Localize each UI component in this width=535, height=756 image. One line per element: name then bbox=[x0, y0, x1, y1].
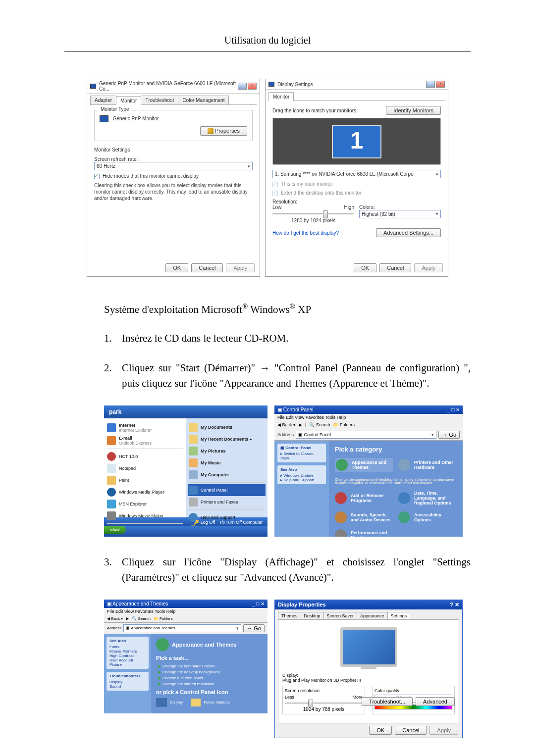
help-support-link[interactable]: ▸ Help and Support bbox=[280, 478, 323, 482]
go-button[interactable]: → Go bbox=[243, 624, 265, 632]
close-button[interactable]: × bbox=[436, 81, 445, 88]
back-button[interactable]: ◀ Back ▾ bbox=[277, 422, 296, 427]
cp-icon-display[interactable]: Display bbox=[156, 698, 183, 707]
cat-printers[interactable]: Printers and Other Hardware bbox=[398, 458, 457, 472]
tab-adapter[interactable]: Adapter bbox=[90, 96, 116, 104]
identify-monitors-button[interactable]: Identify Monitors bbox=[386, 106, 441, 115]
cat-network[interactable]: Change the appearance of desktop items, … bbox=[335, 478, 457, 485]
cancel-button[interactable]: Cancel bbox=[379, 263, 411, 272]
switch-classic-link[interactable]: ▸ Switch to Classic View bbox=[280, 452, 323, 460]
start-item-mydocs[interactable]: My Documents bbox=[188, 421, 266, 433]
side-link[interactable]: Sound bbox=[109, 684, 146, 689]
windows-update-link[interactable]: ▸ Windows Update bbox=[280, 473, 323, 478]
cat-addremove[interactable]: Add or Remove Programs bbox=[335, 491, 393, 505]
side-link[interactable]: Mouse Pointers bbox=[109, 649, 146, 654]
side-link[interactable]: High Contrast bbox=[109, 654, 146, 658]
refresh-rate-dropdown[interactable]: 60 Hertz ▾ bbox=[94, 162, 253, 170]
tab-monitor[interactable]: Monitor bbox=[116, 96, 141, 105]
monitor-1-icon[interactable]: 1 bbox=[332, 125, 381, 158]
task-link[interactable]: ▶Change the computer's theme bbox=[158, 664, 263, 668]
tab-appearance[interactable]: Appearance bbox=[357, 612, 388, 619]
display-tooltip: Change the appearance of your desktop, s… bbox=[156, 713, 263, 713]
cat-sounds[interactable]: Sounds, Speech, and Audio Devices bbox=[335, 511, 393, 523]
back-button[interactable]: ◀ Back ▾ bbox=[107, 616, 123, 621]
ok-button[interactable]: OK bbox=[369, 726, 392, 735]
hide-modes-checkbox[interactable] bbox=[94, 174, 100, 179]
start-item-moviemaker[interactable]: Windows Movie Maker bbox=[106, 510, 184, 522]
start-item-hct[interactable]: HCT 10.0 bbox=[106, 451, 184, 462]
monitor-select-dropdown[interactable]: 1. Samsung **** on NVIDIA GeForce 6600 L… bbox=[272, 170, 441, 178]
search-button[interactable]: 🔍 Search bbox=[132, 616, 151, 621]
tab-themes[interactable]: Themes bbox=[278, 612, 301, 619]
window-controls[interactable]: ? ✕ bbox=[450, 602, 459, 608]
cat-appearance[interactable]: Appearance and Themes bbox=[335, 458, 393, 472]
start-item-internet[interactable]: InternetInternet Explorer bbox=[106, 421, 184, 434]
apply-button[interactable]: Apply bbox=[226, 263, 255, 272]
cat-datetime[interactable]: Date, Time, Language, and Regional Optio… bbox=[398, 491, 457, 505]
start-item-mypics[interactable]: My Pictures bbox=[188, 445, 266, 457]
start-item-email[interactable]: E-mailOutlook Express bbox=[106, 434, 184, 447]
task-link[interactable]: ▶Change the screen resolution bbox=[158, 682, 263, 686]
tab-desktop[interactable]: Desktop bbox=[301, 612, 324, 619]
start-item-controlpanel[interactable]: Control Panel bbox=[188, 484, 266, 496]
vista-dialogs-row: Generic PnP Monitor and NVIDIA GeForce 6… bbox=[64, 79, 471, 277]
go-button[interactable]: → Go bbox=[438, 431, 460, 439]
resolution-slider[interactable] bbox=[285, 700, 363, 706]
start-item-recent[interactable]: My Recent Documents ▸ bbox=[188, 433, 266, 445]
cat-accessibility[interactable]: Accessibility Options bbox=[398, 511, 457, 523]
start-item-msn[interactable]: MSN Explorer bbox=[106, 498, 184, 510]
toolbar[interactable]: ◀ Back ▾ ▶ 🔍 Search 📁 Folders bbox=[104, 615, 268, 623]
colors-dropdown[interactable]: Highest (32 bit) ▾ bbox=[359, 210, 441, 218]
minimize-button[interactable] bbox=[426, 81, 435, 88]
ok-button[interactable]: OK bbox=[165, 263, 188, 272]
window-controls[interactable]: _ □ ✕ bbox=[252, 601, 265, 606]
tab-monitor[interactable]: Monitor bbox=[268, 92, 294, 101]
folders-button[interactable]: 📁 Folders bbox=[333, 422, 355, 427]
monitor-preview[interactable]: 1 bbox=[272, 118, 441, 165]
start-item-paint[interactable]: Paint bbox=[106, 474, 184, 486]
minimize-button[interactable] bbox=[238, 83, 247, 90]
task-link[interactable]: ▶Change the desktop background bbox=[158, 670, 263, 674]
start-button[interactable]: start bbox=[104, 526, 126, 534]
forward-button[interactable]: ▶ bbox=[299, 422, 302, 427]
window-controls[interactable]: _ □ ✕ bbox=[447, 407, 460, 412]
main-monitor-checkbox[interactable] bbox=[272, 182, 278, 187]
cancel-button[interactable]: Cancel bbox=[395, 726, 427, 735]
tab-troubleshoot[interactable]: Troubleshoot bbox=[141, 96, 178, 104]
properties-button[interactable]: Properties bbox=[200, 126, 247, 136]
troubleshoot-button[interactable]: Troubleshoot... bbox=[362, 697, 413, 706]
side-link[interactable]: User Account Picture bbox=[109, 658, 146, 667]
turnoff-button[interactable]: ⏻ Turn Off Computer bbox=[220, 520, 263, 525]
shield-icon bbox=[208, 128, 214, 134]
tab-settings[interactable]: Settings bbox=[387, 612, 411, 619]
start-item-notepad[interactable]: Notepad bbox=[106, 462, 184, 474]
cat-performance[interactable]: Performance and Maintenance bbox=[335, 529, 393, 537]
side-link[interactable]: Display bbox=[109, 680, 146, 684]
tab-screensaver[interactable]: Screen Saver bbox=[323, 612, 358, 619]
menubar[interactable]: File Edit View Favorites Tools Help bbox=[274, 414, 463, 421]
search-button[interactable]: 🔍 Search bbox=[309, 422, 330, 427]
cp-icon-folder-options[interactable]: Folder Options bbox=[191, 698, 229, 707]
side-link[interactable]: Fonts bbox=[109, 645, 146, 649]
toolbar[interactable]: ◀ Back ▾ ▶ | 🔍 Search 📁 Folders bbox=[274, 421, 463, 429]
tab-color-management[interactable]: Color Management bbox=[178, 96, 229, 104]
forward-button[interactable]: ▶ bbox=[126, 616, 129, 621]
logoff-button[interactable]: 🔑 Log Off bbox=[194, 520, 215, 525]
start-item-printers[interactable]: Printers and Faxes bbox=[188, 496, 266, 508]
extend-desktop-checkbox[interactable] bbox=[272, 191, 278, 196]
apply-button[interactable]: Apply bbox=[429, 726, 458, 735]
folders-button[interactable]: 📁 Folders bbox=[154, 616, 173, 621]
start-item-mymusic[interactable]: My Music bbox=[188, 457, 266, 469]
ok-button[interactable]: OK bbox=[354, 263, 376, 272]
close-button[interactable]: × bbox=[248, 83, 257, 90]
cancel-button[interactable]: Cancel bbox=[191, 263, 223, 272]
best-display-link[interactable]: How do I get the best display? bbox=[272, 230, 339, 236]
task-link[interactable]: ▶Choose a screen saver bbox=[158, 676, 263, 680]
resolution-slider[interactable] bbox=[272, 210, 354, 218]
start-item-mycomputer[interactable]: My Computer bbox=[188, 469, 266, 481]
advanced-settings-button[interactable]: Advanced Settings... bbox=[376, 228, 441, 237]
menubar[interactable]: File Edit View Favorites Tools Help bbox=[104, 608, 268, 615]
start-item-wmp[interactable]: Windows Media Player bbox=[106, 486, 184, 498]
advanced-button[interactable]: Advanced bbox=[416, 697, 455, 706]
apply-button[interactable]: Apply bbox=[414, 263, 443, 272]
